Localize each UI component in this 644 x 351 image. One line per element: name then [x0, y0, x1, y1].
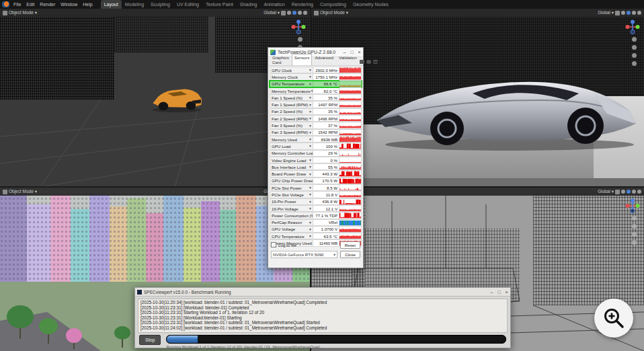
sensor-row-gpu-temperature[interactable]: GPU Temperature▼66.6 °C	[270, 81, 362, 87]
sensor-dropdown-icon[interactable]: ▼	[309, 110, 312, 114]
toggle-view-icon[interactable]	[632, 61, 637, 66]
shading-mode-icon[interactable]	[627, 11, 631, 15]
sensor-dropdown-icon[interactable]: ▼	[309, 227, 312, 231]
workspace-tab-animation[interactable]: Animation	[261, 0, 288, 9]
menu-help[interactable]: Help	[80, 0, 95, 9]
sensor-dropdown-icon[interactable]: ▼	[309, 172, 312, 176]
sensor-row-16-pin-power[interactable]: 16-Pin Power▼436.8 W	[270, 198, 362, 205]
snap-magnet-icon[interactable]	[615, 190, 620, 194]
navigation-gizmo[interactable]	[625, 198, 640, 213]
sensor-dropdown-icon[interactable]: ▼	[309, 200, 312, 204]
menu-window[interactable]: Window	[58, 0, 80, 9]
snap-magnet-icon[interactable]	[615, 11, 620, 15]
shading-mode-icon[interactable]	[287, 11, 291, 15]
sensor-dropdown-icon[interactable]: ▼	[309, 221, 312, 225]
sensor-dropdown-icon[interactable]: ▼	[309, 158, 312, 162]
sensor-dropdown-icon[interactable]: ▼	[309, 234, 312, 238]
close-dialog-button[interactable]: Close	[340, 251, 360, 258]
close-button[interactable]: ×	[503, 288, 510, 297]
gpuz-tab-graphics-card[interactable]: Graphics Card	[270, 54, 292, 65]
mode-dropdown[interactable]: Object Mode ▾	[320, 10, 348, 15]
sensor-row-fan-3-speed-rpm[interactable]: Fan 3 Speed (RPM)▼1542 RPM	[270, 129, 362, 136]
sensor-row-cpu-temperature[interactable]: CPU Temperature▼63.5 °C	[270, 233, 362, 239]
sensor-dropdown-icon[interactable]: ▼	[309, 116, 312, 120]
editor-type-icon[interactable]	[3, 11, 7, 15]
sensor-row-pcie-slot-power[interactable]: PCIe Slot Power▼8.5 W	[270, 184, 362, 191]
gpu-select-dropdown[interactable]: NVIDIA GeForce RTX 5090 ▾	[271, 251, 337, 258]
workspace-tab-layout[interactable]: Layout	[101, 0, 122, 9]
viewport-topleft[interactable]: Object Mode ▾Global ▾	[0, 9, 310, 187]
stop-button[interactable]: Stop	[139, 335, 161, 345]
sensor-row-gpu-load[interactable]: GPU Load▼100 %	[270, 143, 362, 149]
navigation-gizmo[interactable]	[625, 20, 640, 34]
shading-mode-icon[interactable]	[292, 11, 296, 15]
sensor-row-16-pin-voltage[interactable]: 16-Pin Voltage▼12.1 V	[270, 205, 362, 212]
orientation-dropdown[interactable]: Global ▾	[598, 10, 614, 15]
reset-button[interactable]: Reset	[340, 241, 360, 249]
workspace-tab-texture-paint[interactable]: Texture Paint	[202, 0, 237, 9]
sensor-row-perfcap-reason[interactable]: PerfCap Reason▼VRel	[270, 219, 362, 226]
sensor-dropdown-icon[interactable]: ▼	[309, 206, 312, 210]
settings-gear-icon[interactable]	[366, 60, 371, 64]
sensor-row-gpu-chip-power-draw[interactable]: GPU Chip Power Draw▼170.5 W	[270, 178, 362, 184]
shading-mode-icon[interactable]	[632, 190, 636, 194]
shading-mode-icon[interactable]	[298, 11, 302, 15]
shading-mode-icon[interactable]	[621, 11, 625, 15]
sensor-dropdown-icon[interactable]: ▼	[309, 165, 312, 169]
shading-mode-icon[interactable]	[627, 190, 631, 194]
sensor-row-fan-1-speed-rpm[interactable]: Fan 1 Speed (RPM)▼1497 RPM	[270, 101, 362, 108]
camera-view-icon[interactable]	[632, 232, 637, 237]
sensor-dropdown-icon[interactable]: ▼	[309, 82, 312, 86]
zoom-tool-icon[interactable]	[298, 37, 303, 42]
sensor-row-gpu-clock[interactable]: GPU Clock▼2902.0 MHz	[270, 67, 362, 73]
workspace-tab-sculpting[interactable]: Sculpting	[147, 0, 173, 9]
sensor-row-fan-1-speed[interactable]: Fan 1 Speed (%)▼35 %	[270, 94, 362, 101]
sensor-row-memory-controller-load[interactable]: Memory Controller Load▼29 %	[270, 150, 362, 157]
shading-mode-icon[interactable]	[632, 11, 636, 15]
sensor-row-pcie-slot-voltage[interactable]: PCIe Slot Voltage▼11.8 V	[270, 191, 362, 198]
shading-mode-icon[interactable]	[637, 190, 641, 194]
sensor-row-gpu-voltage[interactable]: GPU Voltage▼1.0700 V	[270, 226, 362, 233]
sensor-dropdown-icon[interactable]: ▼	[309, 186, 312, 190]
blender-logo-icon[interactable]	[2, 1, 9, 7]
sensor-dropdown-icon[interactable]: ▼	[309, 144, 312, 148]
benchmark-log[interactable]: [2025-10-30|11:20:34] [workload: blender…	[138, 299, 508, 333]
shading-mode-icon[interactable]	[621, 190, 625, 194]
editor-type-icon[interactable]	[3, 190, 7, 194]
sensor-dropdown-icon[interactable]: ▼	[309, 137, 312, 141]
menu-render[interactable]: Render	[37, 0, 58, 9]
workspace-tab-shading[interactable]: Shading	[237, 0, 261, 9]
camera-view-icon[interactable]	[632, 53, 637, 58]
sensor-row-memory-clock[interactable]: Memory Clock▼1750.1 MHz	[270, 73, 362, 80]
minimize-button[interactable]: –	[488, 288, 495, 297]
shading-mode-icon[interactable]	[303, 11, 307, 15]
sensor-dropdown-icon[interactable]: ▼	[309, 192, 312, 196]
workspace-tab-geometry-nodes[interactable]: Geometry Nodes	[350, 0, 392, 9]
snap-magnet-icon[interactable]	[281, 11, 286, 15]
sensor-dropdown-icon[interactable]: ▼	[309, 103, 312, 107]
zoom-tool-icon[interactable]	[632, 37, 637, 42]
navigation-gizmo[interactable]	[291, 20, 306, 34]
sensor-dropdown-icon[interactable]: ▼	[309, 95, 312, 100]
orientation-dropdown[interactable]: Global ▾	[264, 10, 280, 15]
editor-type-icon[interactable]	[314, 11, 319, 15]
mode-dropdown[interactable]: Object Mode ▾	[9, 10, 37, 15]
toggle-view-icon[interactable]	[632, 240, 637, 245]
pan-hand-icon[interactable]	[632, 45, 637, 50]
sensor-row-power-consumption[interactable]: Power Consumption (%)▼77.1 % TDP	[270, 212, 362, 219]
gpuz-tab-advanced[interactable]: Advanced	[312, 54, 336, 65]
pan-hand-icon[interactable]	[632, 224, 637, 229]
sensor-dropdown-icon[interactable]: ▼	[309, 68, 312, 72]
sensor-dropdown-icon[interactable]: ▼	[309, 130, 312, 134]
sensor-row-memory-temperature[interactable]: Memory Temperature▼82.0 °C	[270, 87, 362, 94]
sensor-dropdown-icon[interactable]: ▼	[309, 124, 312, 128]
menu-file[interactable]: File	[11, 0, 24, 9]
log-to-file-checkbox[interactable]	[271, 242, 276, 247]
sensor-row-video-engine-load[interactable]: Video Engine Load▼0 %	[270, 157, 362, 163]
orientation-dropdown[interactable]: Global ▾	[598, 189, 614, 194]
console-titlebar[interactable]: SPECviewperf v15.0.0 - Benchmark Running…	[135, 288, 510, 297]
mode-dropdown[interactable]: Object Mode ▾	[9, 189, 37, 194]
menu-edit[interactable]: Edit	[24, 0, 37, 9]
zoom-tool-icon[interactable]	[632, 216, 637, 221]
hamburger-menu-icon[interactable]	[373, 60, 378, 64]
